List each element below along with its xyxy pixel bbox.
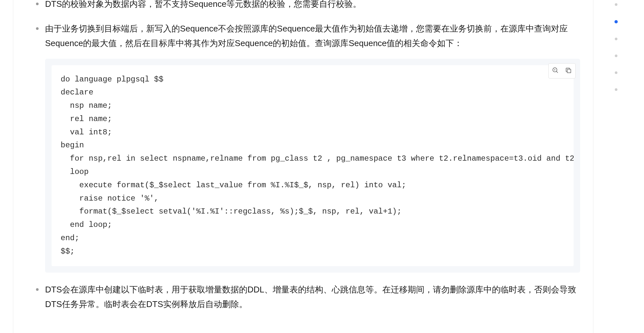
svg-rect-2: [567, 69, 571, 73]
nav-dot[interactable]: [615, 71, 617, 74]
nav-dot-active[interactable]: [614, 20, 618, 23]
code-block: do language plpgsql $$ declare nsp name;…: [45, 59, 580, 273]
list-item: DTS会在源库中创建以下临时表，用于获取增量数据的DDL、增量表的结构、心跳信息…: [36, 282, 580, 312]
bullet-text-2: 由于业务切换到目标端后，新写入的Sequence不会按照源库的Sequence最…: [45, 24, 568, 48]
nav-dot[interactable]: [615, 88, 617, 91]
content-card: DTS的校验对象为数据内容，暂不支持Sequence等元数据的校验，您需要自行校…: [13, 0, 593, 333]
nav-dot[interactable]: [615, 55, 617, 57]
code-scroll-container[interactable]: do language plpgsql $$ declare nsp name;…: [52, 65, 574, 266]
nav-dot[interactable]: [615, 38, 617, 40]
section-nav-dots: [606, 0, 626, 333]
copy-code-button[interactable]: [563, 65, 574, 77]
bullet-list: DTS的校验对象为数据内容，暂不支持Sequence等元数据的校验，您需要自行校…: [26, 0, 580, 312]
copy-icon: [565, 67, 572, 75]
list-item: DTS的校验对象为数据内容，暂不支持Sequence等元数据的校验，您需要自行校…: [36, 0, 580, 12]
page-container: DTS的校验对象为数据内容，暂不支持Sequence等元数据的校验，您需要自行校…: [0, 0, 644, 333]
bullet-text-3: DTS会在源库中创建以下临时表，用于获取增量数据的DDL、增量表的结构、心跳信息…: [45, 285, 576, 309]
run-code-button[interactable]: [550, 65, 561, 77]
nav-dot[interactable]: [615, 3, 617, 6]
bullet-text-1: DTS的校验对象为数据内容，暂不支持Sequence等元数据的校验，您需要自行校…: [45, 0, 361, 9]
content-area: DTS的校验对象为数据内容，暂不支持Sequence等元数据的校验，您需要自行校…: [0, 0, 606, 333]
list-item: 由于业务切换到目标端后，新写入的Sequence不会按照源库的Sequence最…: [36, 21, 580, 273]
code-content: do language plpgsql $$ declare nsp name;…: [61, 73, 565, 258]
code-toolbar: [548, 63, 576, 79]
play-search-icon: [552, 67, 559, 75]
svg-line-1: [556, 71, 558, 73]
